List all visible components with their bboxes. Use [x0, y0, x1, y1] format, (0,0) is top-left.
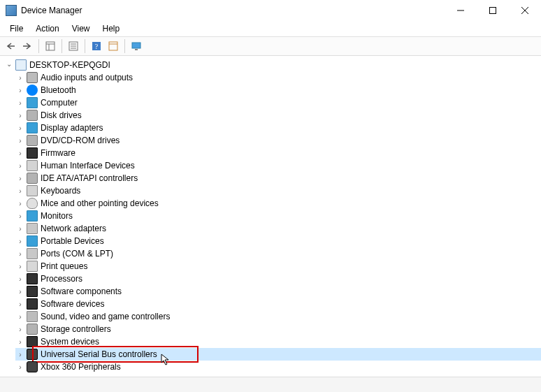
toolbar-separator [62, 39, 62, 53]
tree-item-label: Network adapters [41, 224, 106, 233]
menu-action[interactable]: Action [30, 22, 64, 35]
chevron-right-icon[interactable] [15, 249, 25, 259]
tree-item[interactable]: Disk drives [15, 109, 541, 122]
maximize-button[interactable] [477, 0, 509, 21]
mouse-icon [27, 198, 38, 209]
tree-item-label: Disk drives [41, 110, 82, 120]
tree-item-label: Human Interface Devices [41, 161, 135, 170]
chevron-right-icon[interactable] [15, 198, 25, 208]
svg-rect-1 [490, 8, 496, 14]
chevron-down-icon[interactable] [4, 60, 14, 70]
tree-item[interactable]: Mice and other pointing devices [15, 197, 541, 210]
chevron-right-icon[interactable] [15, 186, 25, 196]
tree-item[interactable]: System devices [15, 335, 541, 348]
chevron-right-icon[interactable] [15, 123, 25, 133]
monitor-icon [27, 210, 38, 222]
tree-item-label: Software components [41, 286, 122, 296]
chevron-right-icon[interactable] [15, 85, 25, 95]
tree-item-label: Keyboards [41, 186, 80, 196]
tree-item[interactable]: Software devices [15, 298, 541, 310]
tree-item[interactable]: Universal Serial Bus controllers [15, 348, 541, 361]
chevron-right-icon[interactable] [15, 161, 25, 170]
tree-item[interactable]: Portable Devices [15, 235, 541, 247]
properties-button[interactable] [66, 38, 81, 54]
tree-item-label: Bluetooth [41, 85, 76, 95]
tree-item[interactable]: DVD/CD-ROM drives [15, 134, 541, 147]
close-button[interactable] [509, 0, 541, 21]
chevron-right-icon[interactable] [15, 173, 25, 183]
tree-item[interactable]: Keyboards [15, 184, 541, 197]
chevron-right-icon[interactable] [15, 236, 25, 246]
minimize-button[interactable] [445, 0, 477, 21]
svg-rect-16 [135, 49, 138, 50]
monitor-button[interactable] [129, 38, 144, 54]
keyboard-icon [27, 160, 38, 171]
menu-help[interactable]: Help [97, 22, 126, 35]
chevron-right-icon[interactable] [15, 261, 25, 271]
root-label: DESKTOP-KEPQGDI [29, 60, 110, 70]
tree-item[interactable]: Storage controllers [15, 323, 541, 335]
tree-item[interactable]: Audio inputs and outputs [15, 71, 541, 84]
tree-item[interactable]: Human Interface Devices [15, 159, 541, 172]
chevron-right-icon[interactable] [15, 324, 25, 334]
forward-button[interactable] [20, 38, 35, 54]
tree-item-label: Monitors [41, 211, 73, 221]
tree-item[interactable]: Ports (COM & LPT) [15, 247, 541, 260]
tree-item[interactable]: IDE ATA/ATAPI controllers [15, 172, 541, 184]
tree-item[interactable]: Display adapters [15, 122, 541, 134]
tree-item-label: System devices [41, 337, 99, 347]
titlebar: Device Manager [0, 0, 541, 21]
tree-item[interactable]: Network adapters [15, 222, 541, 235]
chevron-right-icon[interactable] [15, 211, 25, 221]
scan-hardware-button[interactable] [106, 38, 121, 54]
tree-item[interactable]: Xbox 360 Peripherals [15, 361, 541, 373]
tree-item-label: DVD/CD-ROM drives [41, 136, 120, 145]
tree-item-label: Xbox 360 Peripherals [41, 362, 121, 372]
chevron-right-icon[interactable] [15, 136, 25, 145]
tree-item-label: Ports (COM & LPT) [41, 249, 113, 259]
tree-item-label: Software devices [41, 299, 104, 309]
tree-item[interactable]: Software components [15, 285, 541, 298]
tree-root[interactable]: DESKTOP-KEPQGDI [4, 59, 541, 71]
tree-item[interactable]: Monitors [15, 210, 541, 222]
chip-icon [27, 336, 38, 347]
svg-text:?: ? [95, 43, 99, 50]
chevron-right-icon[interactable] [15, 312, 25, 321]
chevron-right-icon[interactable] [15, 349, 25, 359]
chevron-right-icon[interactable] [15, 110, 25, 120]
chevron-right-icon[interactable] [15, 274, 25, 284]
chevron-right-icon[interactable] [15, 224, 25, 233]
chevron-right-icon[interactable] [15, 337, 25, 347]
tree-item[interactable]: Processors [15, 273, 541, 285]
tree-item[interactable]: Print queues [15, 260, 541, 273]
tree-item-label: Storage controllers [41, 324, 111, 334]
chevron-right-icon[interactable] [15, 362, 25, 372]
window-title: Device Manager [21, 6, 82, 15]
chevron-right-icon[interactable] [15, 299, 25, 309]
usb-icon [27, 349, 38, 360]
toolbar: ? [0, 36, 541, 56]
help-button[interactable]: ? [89, 38, 104, 54]
disk-icon [27, 110, 38, 121]
tree-item[interactable]: Sound, video and game controllers [15, 310, 541, 323]
tree-item[interactable]: Firmware [15, 147, 541, 159]
menu-view[interactable]: View [66, 22, 96, 35]
tree-item[interactable]: Computer [15, 96, 541, 109]
show-hide-tree-button[interactable] [43, 38, 58, 54]
chevron-right-icon[interactable] [15, 73, 25, 82]
speaker-icon [27, 72, 38, 83]
chevron-right-icon[interactable] [15, 286, 25, 296]
back-button[interactable] [3, 38, 18, 54]
tree-item-label: IDE ATA/ATAPI controllers [41, 173, 138, 183]
toolbar-separator [38, 39, 39, 53]
tree-item-label: Computer [41, 98, 78, 108]
tree-item-label: Print queues [41, 261, 87, 271]
chevron-right-icon[interactable] [15, 148, 25, 158]
device-tree[interactable]: DESKTOP-KEPQGDI Audio inputs and outputs… [0, 56, 541, 376]
statusbar [0, 377, 541, 392]
tree-item[interactable]: Bluetooth [15, 84, 541, 96]
app-icon [6, 5, 17, 16]
chip-icon [27, 286, 38, 297]
chevron-right-icon[interactable] [15, 98, 25, 108]
menu-file[interactable]: File [4, 22, 29, 35]
